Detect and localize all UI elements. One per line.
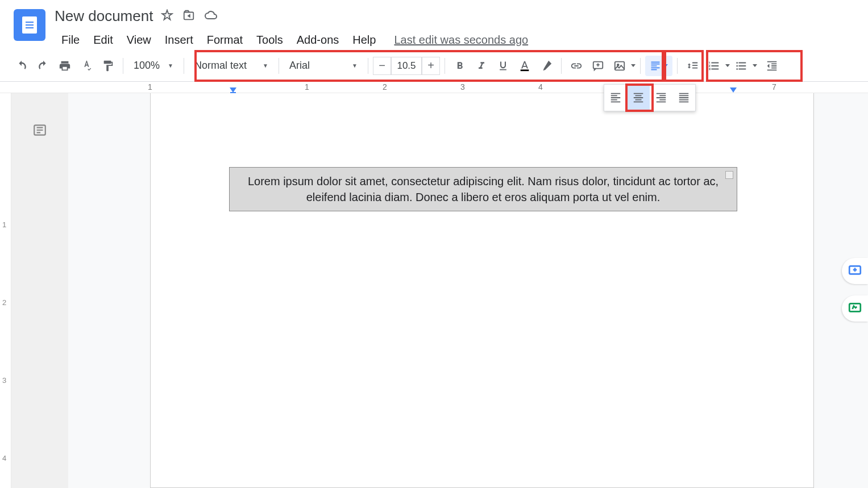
insert-image-icon — [609, 56, 630, 76]
side-buttons — [842, 258, 868, 322]
svg-rect-3 — [615, 61, 625, 70]
horizontal-ruler[interactable]: 1 1 2 3 4 7 — [0, 82, 868, 93]
chevron-down-icon: ▼ — [168, 62, 173, 69]
outline-toggle-icon[interactable] — [31, 122, 48, 139]
menu-insert[interactable]: Insert — [158, 31, 200, 49]
decrease-indent-button[interactable] — [762, 56, 782, 76]
separator — [677, 58, 678, 74]
vruler-number: 1 — [2, 220, 6, 229]
font-size-control: − + — [373, 57, 440, 75]
header-content: New document File Edit View Insert Forma… — [55, 5, 868, 50]
docs-logo-icon[interactable] — [14, 9, 45, 41]
ruler-number: 4 — [538, 82, 543, 91]
undo-button[interactable] — [11, 56, 32, 76]
last-edit-link[interactable]: Last edit was seconds ago — [394, 34, 528, 47]
separator — [123, 58, 123, 74]
insert-image-dropdown[interactable] — [609, 56, 636, 76]
print-button[interactable] — [55, 56, 75, 76]
spellcheck-button[interactable] — [76, 56, 97, 76]
bulleted-list-dropdown[interactable] — [731, 56, 757, 76]
title-row: New document — [55, 5, 868, 27]
menu-bar: File Edit View Insert Format Tools Add-o… — [55, 30, 868, 50]
align-left-button[interactable] — [604, 85, 627, 111]
style-value: Normal text — [194, 60, 247, 72]
text-color-button[interactable] — [514, 56, 535, 76]
move-icon[interactable] — [182, 9, 196, 23]
align-justify-button[interactable] — [672, 85, 695, 111]
ruler-number: 1 — [148, 82, 152, 91]
separator — [368, 58, 368, 74]
chevron-down-icon — [631, 64, 636, 67]
toolbar: 100%▼ Normal text▼ Arial▼ − + — [0, 50, 868, 82]
star-icon[interactable] — [161, 9, 175, 23]
increase-font-size-button[interactable]: + — [422, 57, 440, 75]
decrease-font-size-button[interactable]: − — [373, 57, 391, 75]
header: New document File Edit View Insert Forma… — [0, 0, 868, 50]
paragraph-style-dropdown[interactable]: Normal text▼ — [189, 56, 274, 76]
vruler-number: 2 — [2, 298, 6, 307]
cloud-icon[interactable] — [204, 9, 218, 23]
paint-format-button[interactable] — [98, 56, 118, 76]
bulleted-list-icon — [731, 56, 751, 76]
align-dropdown-button[interactable] — [645, 56, 672, 76]
ruler-number: 7 — [772, 82, 776, 91]
ruler-number: 3 — [460, 82, 465, 91]
zoom-value: 100% — [134, 60, 160, 72]
redo-button[interactable] — [33, 56, 53, 76]
line-spacing-button[interactable] — [682, 56, 703, 76]
ruler-number: 2 — [383, 82, 387, 91]
separator — [184, 58, 184, 74]
chevron-down-icon — [663, 64, 668, 67]
chevron-down-icon: ▼ — [352, 62, 358, 69]
menu-edit[interactable]: Edit — [86, 31, 119, 49]
chevron-down-icon: ▼ — [263, 62, 268, 69]
zoom-dropdown[interactable]: 100%▼ — [128, 56, 179, 76]
separator — [561, 58, 562, 74]
add-comment-button[interactable] — [588, 56, 608, 76]
menu-view[interactable]: View — [120, 31, 158, 49]
vertical-ruler[interactable]: 1 2 3 4 — [0, 93, 11, 488]
ruler-number: 1 — [305, 82, 309, 91]
insert-link-button[interactable] — [566, 56, 587, 76]
menu-format[interactable]: Format — [200, 31, 250, 49]
editor-area: 1 2 3 4 Lorem ipsum dolor sit amet, cons… — [0, 93, 868, 488]
align-right-button[interactable] — [650, 85, 672, 111]
vruler-number: 4 — [2, 454, 6, 462]
bold-button[interactable] — [450, 56, 470, 76]
page-container: Lorem ipsum dolor sit amet, consectetur … — [68, 93, 868, 488]
separator — [279, 58, 279, 74]
explore-comment-button[interactable] — [842, 258, 868, 284]
font-size-input[interactable] — [391, 57, 422, 75]
numbered-list-dropdown[interactable] — [704, 56, 730, 76]
selected-text-block[interactable]: Lorem ipsum dolor sit amet, consectetur … — [229, 167, 737, 211]
explore-edit-button[interactable] — [842, 295, 868, 322]
document-page[interactable]: Lorem ipsum dolor sit amet, consectetur … — [150, 93, 814, 488]
svg-point-4 — [617, 64, 619, 65]
align-popup — [604, 84, 696, 111]
right-indent-marker[interactable] — [730, 87, 737, 93]
menu-help[interactable]: Help — [346, 31, 383, 49]
document-title[interactable]: New document — [55, 7, 153, 25]
italic-button[interactable] — [471, 56, 492, 76]
highlight-color-button[interactable] — [536, 56, 556, 76]
chevron-down-icon — [753, 64, 757, 67]
vruler-number: 3 — [2, 376, 6, 385]
menu-tools[interactable]: Tools — [250, 31, 290, 49]
separator — [445, 58, 445, 74]
menu-addons[interactable]: Add-ons — [290, 31, 346, 49]
underline-button[interactable] — [493, 56, 513, 76]
menu-file[interactable]: File — [55, 31, 86, 49]
align-center-button[interactable] — [627, 85, 650, 111]
outline-panel — [11, 93, 68, 488]
numbered-list-icon — [704, 56, 724, 76]
font-dropdown[interactable]: Arial▼ — [284, 56, 363, 76]
svg-rect-1 — [521, 69, 529, 71]
font-value: Arial — [289, 60, 310, 72]
separator — [640, 58, 641, 74]
chevron-down-icon — [725, 64, 730, 67]
